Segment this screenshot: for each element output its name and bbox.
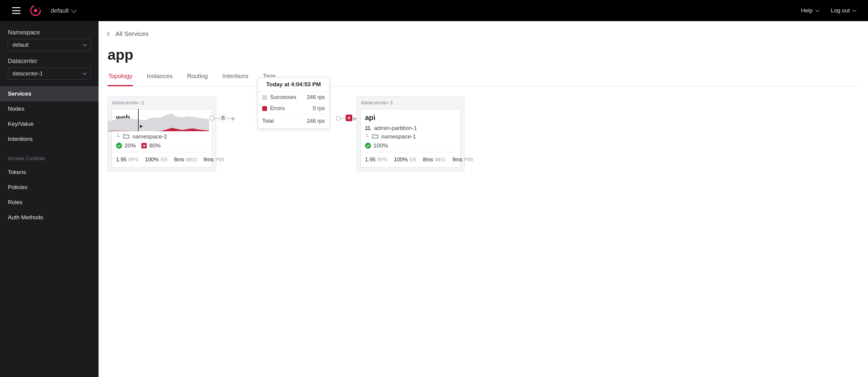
tab-routing[interactable]: Routing (187, 70, 209, 86)
main-content: All Services app Topology Instances Rout… (98, 21, 868, 377)
topbar: default Help Log out (0, 0, 868, 21)
tree-branch-icon: └ (116, 134, 120, 140)
connector-node (210, 116, 214, 121)
web-namespace: └ namespace-2 (116, 133, 208, 140)
svg-point-4 (39, 12, 40, 13)
web-health-ok: 20% (116, 142, 136, 149)
datacenter-select[interactable]: datacenter-1 (8, 67, 91, 80)
connector-node (336, 116, 341, 121)
sidebar-item-services[interactable]: Services (0, 86, 98, 102)
consul-logo-icon (30, 4, 41, 17)
tab-instances[interactable]: Instances (146, 70, 173, 86)
connector-error-icon[interactable]: ✕ (346, 115, 352, 121)
service-card-web[interactable]: datacenter-1 web admin-partition-1 └ nam… (107, 96, 216, 171)
svg-point-1 (34, 9, 37, 12)
help-label: Help (801, 7, 813, 14)
sidebar: Namespace default Datacenter datacenter-… (0, 21, 98, 377)
api-health-ok: 100% (365, 142, 388, 149)
menu-icon[interactable] (12, 7, 21, 14)
swatch-gray-icon (262, 95, 267, 100)
web-datacenter-label: datacenter-1 (108, 97, 216, 109)
svg-point-2 (38, 7, 40, 9)
sidebar-item-intentions[interactable]: Intentions (0, 132, 98, 147)
connector-layers-icon[interactable] (219, 114, 227, 122)
chevron-left-icon (107, 32, 111, 36)
tooltip-error-row: Errors 0 rps (258, 103, 329, 114)
sidebar-item-policies[interactable]: Policies (0, 180, 98, 195)
check-circle-icon (116, 143, 122, 149)
api-datacenter-label: datacenter-1 (357, 97, 464, 109)
chart-cursor-point (137, 108, 140, 111)
chevron-down-icon (83, 71, 87, 75)
api-namespace: └ namespace-1 (365, 133, 456, 140)
help-menu[interactable]: Help (801, 7, 819, 14)
swatch-red-icon (262, 106, 267, 111)
sidebar-item-auth-methods[interactable]: Auth Methods (0, 210, 98, 225)
web-health-err: ✕80% (141, 142, 161, 149)
namespace-label: Namespace (0, 29, 98, 36)
mouse-cursor-icon: ➤ (139, 123, 143, 129)
breadcrumb-label: All Services (116, 30, 149, 37)
datacenter-value: datacenter-1 (12, 70, 43, 77)
breadcrumb[interactable]: All Services (107, 30, 859, 37)
api-partition: admin-partition-1 (365, 125, 456, 132)
tabs: Topology Instances Routing Intentions Ta… (107, 70, 859, 86)
metrics-tooltip: Today at 4:04:53 PM Successes 246 rps Er… (258, 77, 330, 129)
tab-topology[interactable]: Topology (107, 70, 133, 86)
web-stats: 1.95RPS 100%ER 8msMED 9msP99 (116, 152, 208, 166)
metrics-sparkline[interactable]: ➤ (108, 112, 209, 131)
svg-point-7 (366, 126, 367, 128)
sidebar-item-tokens[interactable]: Tokens (0, 165, 98, 180)
page-title: app (107, 47, 859, 63)
sidebar-item-kv[interactable]: Key/Value (0, 116, 98, 132)
topology-canvas: Today at 4:04:53 PM Successes 246 rps Er… (107, 96, 859, 223)
namespace-value: default (12, 42, 29, 48)
chevron-down-icon (852, 8, 857, 12)
api-stats: 1.95RPS 100%ER 8msMED 9msP99 (365, 152, 456, 166)
chevron-down-icon (83, 42, 87, 47)
tooltip-title: Today at 4:04:53 PM (258, 78, 329, 92)
tooltip-success-value: 246 rps (307, 94, 325, 100)
chevron-down-icon (71, 7, 77, 13)
check-circle-icon (365, 143, 371, 149)
tree-branch-icon: └ (365, 134, 369, 140)
svg-point-8 (368, 126, 370, 128)
header-namespace-label: default (51, 7, 69, 14)
chevron-down-icon (815, 8, 819, 12)
sidebar-item-roles[interactable]: Roles (0, 195, 98, 210)
tooltip-success-row: Successes 246 rps (258, 92, 329, 103)
sidebar-item-nodes[interactable]: Nodes (0, 102, 98, 116)
api-service-name: api (365, 113, 456, 122)
namespace-select[interactable]: default (8, 39, 91, 51)
chart-cursor-line (138, 110, 138, 131)
sidebar-section-access-controls: Access Controls (0, 147, 98, 165)
service-card-api[interactable]: datacenter-1 api admin-partition-1 └ nam… (356, 96, 464, 171)
arrow-right-icon (232, 117, 236, 121)
header-namespace-dropdown[interactable]: default (51, 7, 76, 14)
tab-intentions[interactable]: Intentions (222, 70, 249, 86)
svg-point-3 (39, 10, 41, 11)
folder-icon (123, 133, 129, 140)
folder-icon (372, 133, 378, 140)
tooltip-total-value: 246 rps (307, 118, 325, 124)
tooltip-total-row: Total 246 rps (258, 114, 329, 128)
error-square-icon: ✕ (141, 143, 147, 148)
logout-menu[interactable]: Log out (831, 7, 856, 14)
datacenter-label: Datacenter (0, 58, 98, 64)
logout-label: Log out (831, 7, 850, 14)
people-icon (365, 125, 371, 132)
tooltip-error-value: 0 rps (313, 105, 325, 112)
